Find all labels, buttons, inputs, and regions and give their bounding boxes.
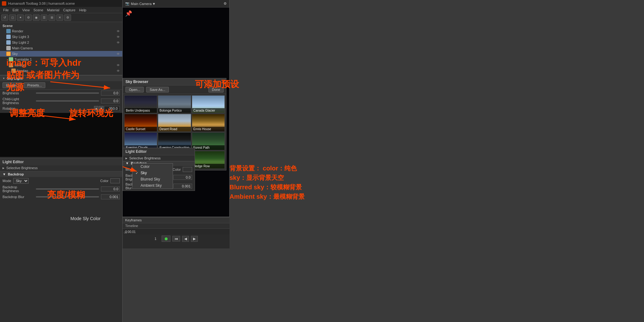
- eye-icon-skylight3[interactable]: 👁: [117, 35, 120, 39]
- eye-icon-liandao2[interactable]: 👁: [117, 69, 120, 73]
- menu-material[interactable]: Material: [45, 8, 61, 12]
- tree-item-sky[interactable]: Sky 👁: [0, 51, 122, 57]
- eye-icon-skylight2[interactable]: 👁: [117, 41, 120, 44]
- rotation-input[interactable]: 350.0: [104, 106, 120, 111]
- toolbar-btn-6[interactable]: ☰: [41, 14, 47, 21]
- annotation-backdrop-settings: 背景设置： color：纯色 sky：显示背景天空 Blurred sky：较模…: [230, 164, 305, 201]
- menu-capture[interactable]: Capture: [61, 8, 77, 12]
- tree-item-liandao2[interactable]: liandao 👁: [0, 68, 122, 74]
- menu-view[interactable]: View: [20, 8, 32, 12]
- brightness-input[interactable]: 0.0: [101, 91, 120, 96]
- brightness-slider[interactable]: [36, 92, 99, 94]
- tree-item-liandao1[interactable]: liandao 👁: [0, 62, 122, 68]
- child-brightness-input[interactable]: 0.0: [101, 98, 120, 103]
- rotation-spin-down[interactable]: ▼: [99, 106, 103, 111]
- backdrop-brightness-slider[interactable]: [36, 188, 99, 190]
- backdrop-blur-label: Backdrop Blur: [3, 195, 34, 199]
- sky-item-castle[interactable]: Castle Sunset: [124, 114, 157, 132]
- backdrop-blur-input[interactable]: 0.001: [101, 194, 120, 199]
- tree-label-skylight2: Sky Light 2: [12, 41, 29, 44]
- tree-label-liandao2: liandao: [17, 69, 28, 73]
- rotation-control: ▲ ▼ 350.0: [94, 106, 120, 111]
- eye-icon-render[interactable]: 👁: [117, 30, 120, 33]
- tree-item-turntable[interactable]: Turntable 1: [0, 57, 122, 62]
- sky-item-hedge[interactable]: Hedge Row: [192, 151, 225, 169]
- backdrop-header: ▼ Backdrop: [0, 171, 122, 177]
- dropdown-sky[interactable]: ✓ Sky: [132, 170, 173, 176]
- main-camera-icon: [6, 46, 11, 50]
- toolbar-btn-8[interactable]: ✕: [56, 14, 63, 21]
- open-button[interactable]: Open...: [125, 87, 144, 92]
- viewport-settings-icon[interactable]: ⚙: [224, 2, 227, 5]
- toolbar-btn-5[interactable]: ◉: [33, 14, 40, 21]
- backdrop-sky-line: sky：显示背景天空: [230, 173, 305, 182]
- tree-item-skylight3[interactable]: Sky Light 3 👁: [0, 34, 122, 40]
- backdrop-overlay-color-swatch[interactable]: [183, 167, 192, 172]
- backdrop-brightness-input[interactable]: 0.0: [101, 186, 120, 192]
- tree-item-skylight2[interactable]: Sky Light 2 👁: [0, 40, 122, 45]
- sky-item-bolonga[interactable]: Bolonga Portico: [158, 95, 191, 113]
- toolbar-btn-2[interactable]: ◻: [9, 14, 16, 21]
- backdrop-title: Backdrop: [8, 172, 24, 176]
- tree-item-render[interactable]: Render 👁: [0, 28, 122, 34]
- sky-item-forest[interactable]: Forest Path: [192, 132, 225, 150]
- dropdown-ambient-sky[interactable]: Ambient Sky: [132, 182, 173, 189]
- dropdown-blurred-sky[interactable]: Blurred Sky: [132, 176, 173, 182]
- light-editor-header: Light Editor: [0, 158, 122, 165]
- mode-select[interactable]: Sky: [13, 178, 29, 184]
- frame-number: 1: [154, 237, 156, 241]
- toolbar-btn-1[interactable]: ↺: [1, 14, 8, 21]
- prev-frame-button[interactable]: ◀: [182, 236, 189, 242]
- record-button[interactable]: ⏺: [162, 236, 170, 242]
- sky-icon-selected: [6, 52, 11, 56]
- dropdown-sky-label: Sky: [141, 171, 147, 175]
- tree-item-maincamera[interactable]: Main Camera: [0, 45, 122, 51]
- color-swatch[interactable]: [110, 178, 120, 183]
- menu-file[interactable]: File: [1, 8, 11, 12]
- eye-icon-sky[interactable]: 👁: [117, 52, 120, 56]
- ruler-marks: 0s: [123, 229, 230, 234]
- menu-edit[interactable]: Edit: [11, 8, 20, 12]
- backdrop-blur-slider[interactable]: [36, 196, 99, 197]
- tree-label-maincamera: Main Camera: [12, 46, 33, 50]
- toolbar-btn-4[interactable]: ⚙: [25, 14, 32, 21]
- go-start-button[interactable]: ⏮: [172, 236, 180, 242]
- sky-desc: sky：显示背景天空: [230, 174, 284, 181]
- backdrop-triangle: ▼: [3, 172, 6, 176]
- sky-item-berlin[interactable]: Berlin Underpass: [124, 95, 157, 113]
- presets-button[interactable]: Presets...: [24, 82, 45, 88]
- done-button[interactable]: Done: [208, 87, 224, 92]
- toolbar-btn-7[interactable]: ⊞: [48, 14, 55, 21]
- image-button[interactable]: Image...: [3, 82, 22, 88]
- sky-item-ennis[interactable]: Ennis House: [192, 114, 225, 132]
- rotation-label: Rotation: [3, 107, 94, 110]
- sky-name-desert: Desert Road: [158, 127, 191, 131]
- blurred-sky-desc: Blurred sky：较模糊背景: [230, 184, 302, 191]
- backdrop-left: ▼ Backdrop Mode Sky Color Backdrop Brigh…: [0, 171, 122, 200]
- check-sky: ✓: [136, 171, 139, 175]
- sky-light-header: ▼ Sky Light: [0, 75, 122, 81]
- timecode: 0:00.01: [125, 230, 136, 234]
- menubar: File Edit View Scene Material Capture He…: [0, 7, 122, 13]
- ambient-sky-desc: Ambient sky：最模糊背景: [230, 193, 305, 200]
- sky-item-desert[interactable]: Desert Road: [158, 114, 191, 132]
- save-as-button[interactable]: Save As...: [146, 87, 169, 92]
- menu-help[interactable]: Help: [77, 8, 88, 12]
- sky-light-toolbar: Image... Presets...: [0, 81, 122, 90]
- camera-dropdown-arrow[interactable]: ▼: [152, 2, 156, 6]
- backdrop-overlay-brightness-input[interactable]: [173, 175, 192, 180]
- toolbar-btn-3[interactable]: ✦: [17, 14, 24, 21]
- sky-item-canada[interactable]: Canada Glacier: [192, 95, 225, 113]
- turntable-icon: [9, 57, 13, 62]
- backdrop-overlay-blur-input[interactable]: [173, 184, 192, 189]
- rotation-spin-up[interactable]: ▲: [94, 106, 98, 111]
- child-brightness-slider[interactable]: [36, 100, 99, 102]
- gear-icon[interactable]: ⚙: [64, 14, 71, 21]
- timeline-ruler: 0s 0:00.01: [123, 229, 230, 234]
- dropdown-color[interactable]: Color: [132, 164, 173, 170]
- sky-light-title: Sky Light: [7, 76, 23, 80]
- menu-scene[interactable]: Scene: [31, 8, 45, 12]
- sky-name-castle: Castle Sunset: [125, 127, 157, 131]
- next-frame-button[interactable]: ▶: [191, 236, 198, 242]
- eye-icon-liandao1[interactable]: 👁: [117, 64, 120, 67]
